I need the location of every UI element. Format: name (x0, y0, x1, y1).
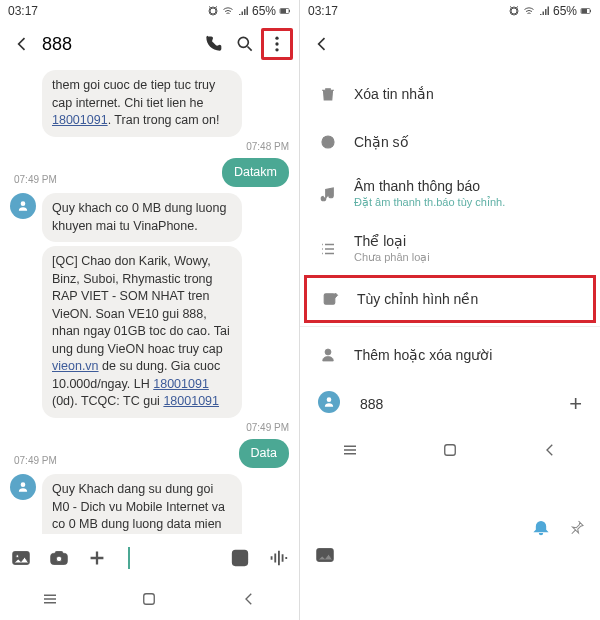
alarm-icon (508, 5, 520, 17)
add-contact-button[interactable]: + (569, 391, 582, 417)
battery-pct: 65% (252, 4, 276, 18)
wifi-icon (523, 5, 535, 17)
chat-header: 888 (0, 22, 299, 66)
phone-link[interactable]: 18001091 (153, 377, 209, 391)
svg-point-6 (275, 48, 278, 51)
outgoing-bubble[interactable]: Datakm (222, 158, 289, 188)
svg-point-3 (238, 37, 248, 47)
status-bar: 03:17 65% (0, 0, 299, 22)
outgoing-bubble[interactable]: Data (239, 439, 289, 469)
svg-rect-17 (582, 9, 588, 13)
pin-icon[interactable] (568, 518, 586, 540)
search-button[interactable] (229, 28, 261, 60)
signal-icon (237, 5, 249, 17)
clock: 03:17 (308, 4, 338, 18)
timestamp: 07:48 PM (246, 141, 289, 152)
battery-icon (580, 5, 592, 17)
customize-wallpaper-item[interactable]: Tùy chỉnh hình nền (304, 275, 596, 323)
url-link[interactable]: vieon.vn (52, 359, 99, 373)
back-button[interactable] (306, 28, 338, 60)
voice-button[interactable] (265, 545, 291, 571)
home-soft-button[interactable] (140, 590, 158, 612)
avatar[interactable] (10, 193, 36, 219)
call-button[interactable] (197, 28, 229, 60)
signal-icon (538, 5, 550, 17)
incoming-bubble[interactable]: Quy khach co 0 MB dung luong khuyen mai … (42, 193, 242, 242)
wifi-icon (222, 5, 234, 17)
drawer-header (300, 22, 600, 66)
text-input[interactable] (122, 547, 215, 569)
message-list[interactable]: them goi cuoc de tiep tuc truy cap inter… (0, 66, 299, 534)
more-options-button[interactable] (261, 28, 293, 60)
timestamp: 07:49 PM (246, 422, 289, 433)
block-icon (318, 133, 338, 151)
svg-point-10 (56, 556, 62, 562)
edit-icon (321, 290, 341, 308)
battery-pct: 65% (553, 4, 577, 18)
svg-rect-15 (144, 594, 155, 605)
status-bar: 03:17 65% (300, 0, 600, 22)
alarm-icon (207, 5, 219, 17)
battery-icon (279, 5, 291, 17)
svg-rect-18 (590, 10, 591, 12)
category-item[interactable]: Thể loại Chưa phân loại (300, 221, 600, 276)
sticker-button[interactable] (227, 545, 253, 571)
svg-point-4 (275, 37, 278, 40)
phone-link[interactable]: 18001091 (52, 113, 108, 127)
add-remove-person-item[interactable]: Thêm hoặc xóa người (300, 331, 600, 379)
svg-rect-22 (445, 445, 456, 456)
camera-button[interactable] (46, 545, 72, 571)
delete-messages-item[interactable]: Xóa tin nhắn (300, 70, 600, 118)
bell-icon[interactable] (532, 518, 550, 540)
home-soft-button[interactable] (441, 441, 459, 463)
contact-name: 888 (360, 396, 383, 412)
svg-rect-11 (55, 552, 62, 555)
list-icon (318, 240, 338, 258)
trash-icon (318, 85, 338, 103)
incoming-bubble[interactable]: [QC] Chao don Karik, Wowy, Binz, Suboi, … (42, 246, 242, 418)
status-icons: 65% (508, 4, 592, 18)
svg-rect-2 (289, 10, 290, 12)
svg-point-5 (275, 42, 278, 45)
status-icons: 65% (207, 4, 291, 18)
music-note-icon (318, 185, 338, 203)
incoming-bubble[interactable]: them goi cuoc de tiep tuc truy cap inter… (42, 70, 242, 137)
svg-point-13 (236, 555, 238, 557)
person-icon (318, 346, 338, 364)
back-soft-button[interactable] (541, 441, 559, 463)
contact-row[interactable]: 888 + (300, 379, 600, 429)
back-button[interactable] (6, 28, 38, 60)
composer-bar (0, 534, 299, 582)
notification-sound-sub: Đặt âm thanh th.báo tùy chỉnh. (354, 196, 582, 209)
incoming-bubble[interactable]: Quy Khach dang su dung goi M0 - Dich vu … (42, 474, 242, 534)
phone-link[interactable]: 18001091 (163, 394, 219, 408)
notification-sound-item[interactable]: Âm thanh thông báo Đặt âm thanh th.báo t… (300, 166, 600, 221)
svg-point-14 (242, 555, 244, 557)
category-sub: Chưa phân loại (354, 251, 582, 264)
svg-rect-12 (233, 551, 248, 566)
add-button[interactable] (84, 545, 110, 571)
svg-point-8 (16, 555, 19, 558)
gallery-button[interactable] (8, 545, 34, 571)
chat-title: 888 (38, 34, 197, 55)
back-soft-button[interactable] (240, 590, 258, 612)
timestamp: 07:49 PM (14, 455, 57, 466)
block-number-item[interactable]: Chặn số (300, 118, 600, 166)
collapse-button[interactable] (312, 542, 338, 568)
recents-soft-button[interactable] (341, 441, 359, 463)
svg-rect-1 (281, 9, 287, 13)
recents-soft-button[interactable] (41, 590, 59, 612)
options-menu: Xóa tin nhắn Chặn số Âm thanh thông báo … (300, 66, 600, 433)
separator (300, 326, 600, 327)
clock: 03:17 (8, 4, 38, 18)
avatar[interactable] (10, 474, 36, 500)
nav-bar (0, 582, 299, 620)
timestamp: 07:49 PM (14, 174, 57, 185)
avatar (318, 391, 340, 413)
nav-bar (300, 433, 600, 471)
